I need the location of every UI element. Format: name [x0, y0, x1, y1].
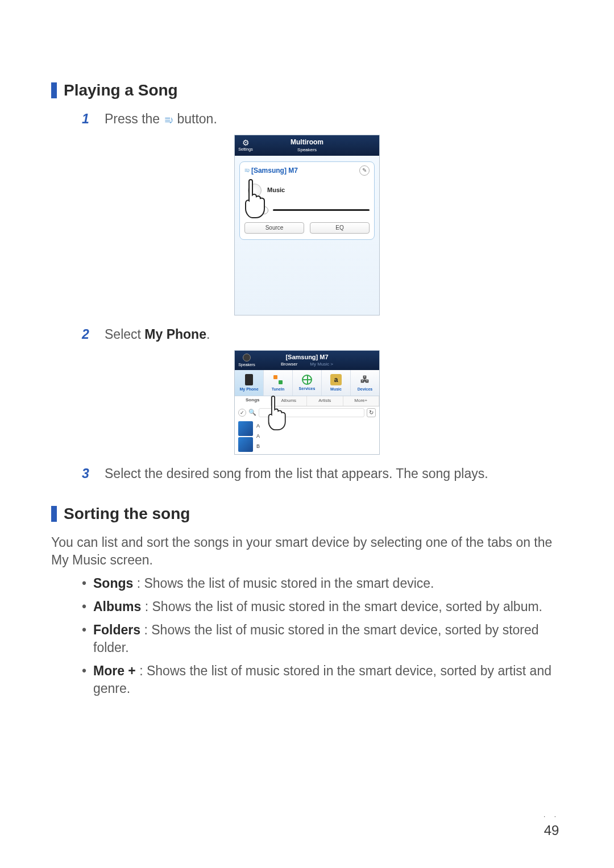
speaker-name[interactable]: ≡♪ [Samsung] M7 — [244, 166, 298, 175]
album-art-icon — [238, 437, 253, 452]
app-title: Multiroom — [256, 138, 358, 147]
phone-icon — [245, 374, 253, 385]
source-music[interactable]: a Music — [322, 370, 351, 396]
speaker-card: ≡♪ [Samsung] M7 ✎ Music 🔊 Source EQ — [239, 161, 375, 240]
bullet-dot-icon: • — [82, 662, 93, 697]
source-button[interactable]: Source — [244, 222, 304, 234]
step-3-text: Select the desired song from the list th… — [105, 465, 488, 483]
step-1: 1 Press the ≡♪ button. — [82, 110, 563, 128]
step-2: 2 Select My Phone. — [82, 326, 563, 343]
slider-track-icon — [273, 209, 370, 211]
playlist-icon: ≡♪ — [244, 166, 249, 175]
step-2-text: Select My Phone. — [105, 326, 210, 343]
tab-artists[interactable]: Artists — [307, 396, 343, 406]
sorting-intro: You can list and sort the songs in your … — [51, 534, 563, 569]
step-1-text: Press the ≡♪ button. — [105, 110, 217, 128]
track-name: Music — [267, 186, 285, 194]
screenshot-multiroom: ⚙ Settings Multiroom Speakers ≡♪ [Samsun… — [234, 135, 380, 315]
tunein-icon — [272, 374, 284, 385]
slider-knob-icon — [260, 206, 268, 214]
screenshot-browser: Speakers [Samsung] M7 Browser My Music >… — [234, 350, 380, 455]
volume-icon: 🔊 — [246, 205, 256, 215]
section-sorting-text: Sorting the song — [64, 503, 190, 525]
devices-icon: 🖧 — [359, 374, 371, 385]
page-number: · · 49 — [544, 812, 559, 840]
bullet-dot-icon: • — [82, 575, 93, 592]
tab-songs[interactable]: Songs — [235, 396, 271, 406]
tab-albums[interactable]: Albums — [271, 396, 308, 406]
album-art-icon — [248, 184, 262, 197]
source-devices[interactable]: 🖧 Devices — [351, 370, 379, 396]
select-all-checkbox[interactable]: ✓ — [238, 409, 246, 417]
edit-button[interactable]: ✎ — [359, 165, 370, 176]
bullet-folders: • Folders : Shows the list of music stor… — [82, 621, 563, 657]
album-art-icon — [238, 421, 253, 436]
section-bar-icon — [51, 506, 57, 522]
bullet-songs: • Songs : Shows the list of music stored… — [82, 575, 563, 592]
gear-icon: ⚙ — [242, 139, 250, 147]
index-letter: B — [256, 443, 260, 450]
speaker-dot-icon — [243, 354, 251, 362]
tab-mymusic[interactable]: My Music > — [310, 362, 333, 368]
bullet-dot-icon: • — [82, 621, 93, 657]
playlist-icon: ≡♪ — [165, 113, 173, 127]
section-bar-icon — [51, 82, 57, 98]
eq-button[interactable]: EQ — [310, 222, 370, 234]
tab-more[interactable]: More+ — [343, 396, 380, 406]
page-dots-icon: · · — [544, 812, 559, 821]
section-sorting-title: Sorting the song — [51, 503, 563, 525]
volume-slider[interactable]: 🔊 — [246, 205, 370, 215]
pencil-icon: ✎ — [362, 167, 367, 175]
step-3-number: 3 — [82, 465, 105, 483]
source-myphone[interactable]: My Phone — [235, 370, 264, 396]
search-input[interactable] — [259, 408, 364, 417]
bullet-albums: • Albums : Shows the list of music store… — [82, 598, 563, 616]
source-services[interactable]: Services — [293, 370, 322, 396]
section-playing-title: Playing a Song — [51, 80, 563, 101]
refresh-button[interactable]: ↻ — [367, 408, 376, 417]
speakers-button[interactable]: Speakers — [235, 351, 259, 370]
section-playing-text: Playing a Song — [64, 80, 178, 101]
app-subtitle: Speakers — [256, 147, 358, 153]
step-3: 3 Select the desired song from the list … — [82, 465, 563, 483]
index-letter: A — [256, 422, 260, 429]
bullet-dot-icon: • — [82, 598, 93, 616]
settings-button[interactable]: ⚙ Settings — [235, 135, 256, 156]
step-2-number: 2 — [82, 326, 105, 343]
source-tunein[interactable]: TuneIn — [264, 370, 293, 396]
globe-icon — [302, 375, 312, 385]
amazon-icon: a — [330, 374, 342, 385]
step-1-number: 1 — [82, 110, 105, 128]
index-letter: A — [256, 433, 260, 439]
browser-title: [Samsung] M7 — [259, 353, 355, 362]
bullet-more: • More + : Shows the list of music store… — [82, 662, 563, 697]
tab-browser[interactable]: Browser — [281, 362, 297, 368]
refresh-icon: ↻ — [369, 409, 374, 417]
search-icon: 🔍 — [248, 408, 256, 417]
